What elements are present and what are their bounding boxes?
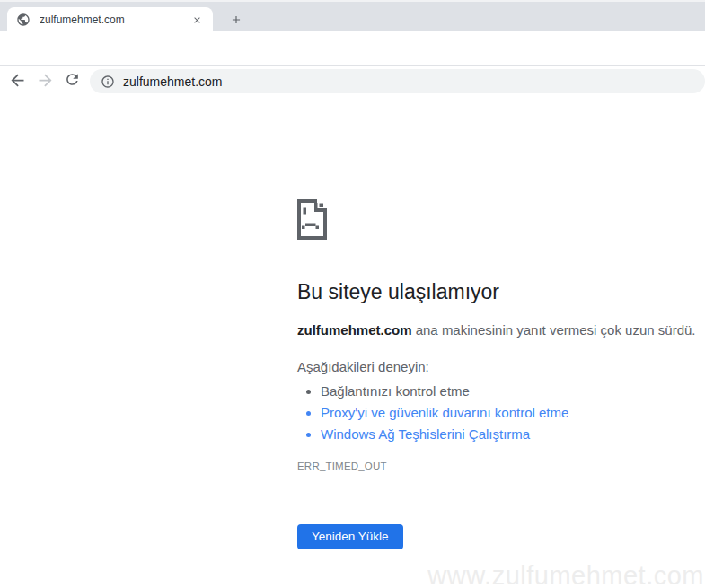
tab-strip: zulfumehmet.com xyxy=(0,0,705,31)
url-text: zulfumehmet.com xyxy=(123,75,222,89)
error-message: zulfumehmet.com ana makinesinin yanıt ve… xyxy=(297,322,705,338)
reload-page-button[interactable]: Yeniden Yükle xyxy=(297,524,403,549)
info-icon[interactable] xyxy=(101,75,115,89)
plus-icon xyxy=(230,13,242,26)
close-icon[interactable] xyxy=(189,13,204,27)
browser-window: zulfumehmet.com xyxy=(0,0,705,588)
forward-arrow-icon[interactable] xyxy=(36,71,55,90)
back-arrow-icon[interactable] xyxy=(8,71,27,90)
globe-icon xyxy=(16,13,31,27)
tab-title: zulfumehmet.com xyxy=(40,13,189,26)
reload-icon[interactable] xyxy=(64,71,83,90)
browser-toolbar: zulfumehmet.com xyxy=(0,31,705,65)
watermark-text: www.zulfumehmet.com xyxy=(427,561,704,588)
new-tab-button[interactable] xyxy=(225,8,248,31)
error-title: Bu siteye ulaşılamıyor xyxy=(297,280,705,304)
sad-file-icon xyxy=(297,199,327,240)
suggestion-network-diagnostics-link[interactable]: Windows Ağ Teşhislerini Çalıştırma xyxy=(321,424,705,445)
suggestion-proxy-firewall-link[interactable]: Proxy'yi ve güvenlik duvarını kontrol et… xyxy=(321,402,705,424)
error-message-domain: zulfumehmet.com xyxy=(297,322,412,338)
suggestions-intro: Aşağıdakileri deneyin: xyxy=(297,359,705,374)
browser-tab[interactable]: zulfumehmet.com xyxy=(7,7,213,32)
suggestions-list: Bağlantınızı kontrol etme Proxy'yi ve gü… xyxy=(297,381,705,445)
toolbar-divider xyxy=(0,65,705,66)
error-code: ERR_TIMED_OUT xyxy=(297,461,387,471)
suggestion-check-connection: Bağlantınızı kontrol etme xyxy=(321,381,705,402)
error-message-rest: ana makinesinin yanıt vermesi çok uzun s… xyxy=(412,322,696,338)
address-bar[interactable]: zulfumehmet.com xyxy=(90,69,705,93)
